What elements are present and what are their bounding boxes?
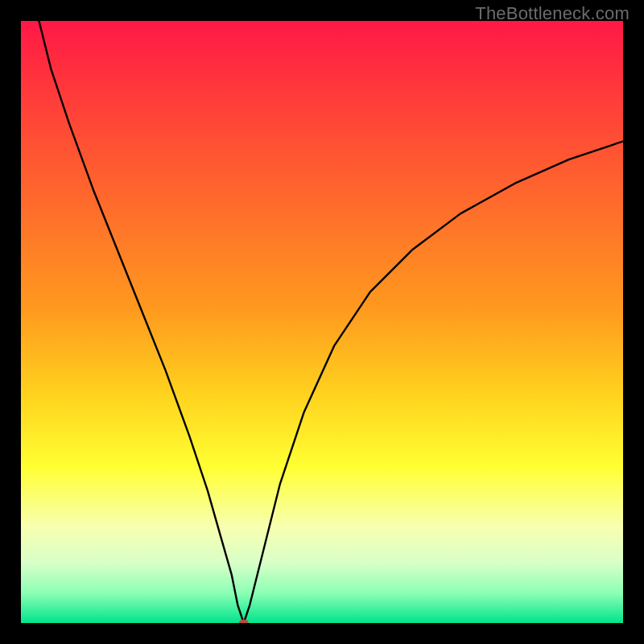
bottleneck-chart bbox=[21, 21, 623, 623]
watermark-text: TheBottleneck.com bbox=[475, 3, 630, 24]
chart-frame: TheBottleneck.com bbox=[0, 0, 644, 644]
plot-area bbox=[21, 21, 623, 623]
gradient-background bbox=[21, 21, 623, 623]
